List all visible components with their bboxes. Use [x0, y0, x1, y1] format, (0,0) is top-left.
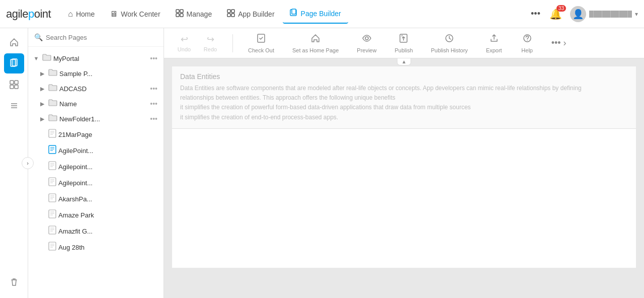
tree-more-adcasd[interactable]: ••• [148, 84, 159, 94]
svg-rect-27 [49, 162, 56, 170]
tree-item-akarshpa[interactable]: AkarshPa... [28, 191, 164, 207]
user-menu[interactable]: 👤 ██████████ ▾ [570, 6, 638, 22]
tree-label-akarshpa: AkarshPa... [58, 195, 159, 203]
nav-more-button[interactable]: ••• [526, 5, 545, 23]
tree-arrow-name: ▶ [38, 101, 46, 107]
tree-page-icon-agilepoint1 [48, 145, 56, 156]
toolbar-more-button[interactable]: ••• › [547, 36, 571, 50]
nav-items: ⌂ Home 🖥 Work Center Manage App Builder … [61, 5, 524, 24]
tree-arrow-newfolder1: ▶ [38, 116, 46, 122]
tree-item-adcasd[interactable]: ▶ ADCASD ••• [28, 81, 164, 96]
tree-item-newfolder1[interactable]: ▶ NewFolder1... ••• [28, 111, 164, 126]
tree-item-agilepoint1[interactable]: AgilePoint... [28, 142, 164, 159]
tree-arrow-samplep: ▶ [38, 70, 46, 77]
tree-more-myportal[interactable]: ••• [148, 53, 159, 63]
svg-rect-7 [231, 14, 234, 17]
user-avatar-icon: 👤 [573, 9, 584, 20]
tree-folder-icon-myportal [42, 53, 51, 63]
export-button[interactable]: Export [481, 30, 507, 56]
undo-button[interactable]: ↩ Undo [172, 31, 196, 55]
nav-item-appbuilder[interactable]: App Builder [220, 5, 281, 23]
tree-item-21marpage[interactable]: 21MarPage [28, 126, 164, 142]
tree-item-samplep[interactable]: ▶ Sample P... [28, 66, 164, 81]
sidebar-icon-grid[interactable] [4, 74, 24, 95]
home-nav-icon: ⌂ [68, 10, 73, 19]
username-label: ██████████ [589, 11, 632, 18]
svg-point-56 [527, 40, 528, 41]
checkout-label: Check Out [248, 47, 274, 53]
redo-label: Redo [204, 46, 217, 52]
svg-rect-6 [227, 14, 230, 17]
nav-home-label: Home [76, 10, 95, 18]
tree-item-myportal[interactable]: ▼ MyPortal ••• [28, 51, 164, 66]
svg-rect-3 [180, 14, 183, 17]
publish-button[interactable]: Publish [389, 30, 418, 56]
nav-item-home[interactable]: ⌂ Home [61, 6, 102, 23]
tree-label-samplep: Sample P... [59, 70, 159, 78]
tree-item-agilepoint3[interactable]: Agilepoint... [28, 175, 164, 191]
svg-rect-11 [12, 59, 17, 66]
chevron-down-icon: ▾ [635, 11, 638, 18]
notification-button[interactable]: 🔔 33 [547, 6, 564, 22]
page-hint-box: Data Entities Data Entities are software… [172, 66, 636, 129]
nav-manage-label: Manage [187, 10, 212, 18]
toolbar-sep-1 [232, 34, 233, 52]
help-button[interactable]: Help [515, 30, 539, 56]
tree-item-aug28th[interactable]: Aug 28th [28, 239, 164, 255]
tree-label-name: Name [59, 100, 146, 108]
page-area: Data Entities Data Entities are software… [164, 58, 644, 298]
tree-item-amazepark[interactable]: Amaze Park [28, 207, 164, 223]
tree-label-agilepoint1: AgilePoint... [58, 147, 159, 155]
tree-item-agilepoint2[interactable]: Agilepoint... [28, 159, 164, 175]
sidebar-expand-button[interactable]: › [22, 157, 34, 169]
tree-item-name[interactable]: ▶ Name ••• [28, 96, 164, 111]
chevron-up-icon: ▲ [401, 59, 407, 64]
checkout-icon [256, 33, 266, 46]
nav-item-manage[interactable]: Manage [169, 5, 219, 23]
nav-item-pagebuilder[interactable]: Page Builder [283, 5, 348, 24]
tree-folder-icon-adcasd [48, 84, 57, 94]
checkout-button[interactable]: Check Out [243, 30, 279, 56]
nav-pagebuilder-label: Page Builder [301, 10, 341, 18]
sidebar-icon-home[interactable] [4, 32, 24, 52]
toolbar-undoredo-group: ↩ Undo ↪ Redo [172, 31, 222, 55]
workcenter-nav-icon: 🖥 [110, 10, 118, 19]
tree-label-amazepark: Amaze Park [58, 211, 159, 219]
svg-rect-31 [49, 178, 56, 186]
publishhistory-button[interactable]: Publish History [426, 30, 473, 56]
tree-folder-icon-samplep [48, 68, 57, 79]
notification-badge: 33 [556, 5, 566, 12]
hint-line-4: it simplifies the creation of end-to-end… [180, 113, 628, 122]
main-content: ↩ Undo ↪ Redo Check Out [164, 28, 644, 298]
sidebar-icon-trash[interactable] [4, 272, 24, 292]
body-layout: › 🔍 ▼ MyPortal ••• ▶ Sampl [0, 28, 644, 298]
svg-rect-35 [49, 194, 56, 202]
preview-button[interactable]: Preview [352, 30, 381, 56]
tree-page-icon-agilepoint3 [48, 177, 56, 188]
redo-button[interactable]: ↪ Redo [198, 31, 222, 55]
nav-right-area: 🔔 33 👤 ██████████ ▾ [547, 6, 638, 22]
nav-item-workcenter[interactable]: 🖥 Work Center [103, 6, 167, 23]
tree-more-name[interactable]: ••• [148, 99, 159, 109]
svg-rect-14 [10, 85, 14, 89]
publish-icon [398, 33, 409, 46]
search-input[interactable] [46, 34, 157, 41]
help-icon [522, 33, 532, 46]
sidebar-icon-pages[interactable] [4, 53, 24, 73]
manage-nav-icon [176, 9, 184, 19]
logo[interactable]: agilepoint [6, 8, 51, 21]
tree-page-icon-amazfitg [48, 226, 56, 237]
sidebar-icon-list[interactable] [4, 96, 24, 116]
search-icon: 🔍 [34, 33, 43, 41]
svg-rect-12 [10, 81, 14, 84]
tree-more-newfolder1[interactable]: ••• [148, 114, 159, 124]
tree-label-amazfitg: Amazfit G... [58, 228, 159, 235]
hint-line-1: Data Entities are software components th… [180, 84, 628, 93]
toolbar-collapse-button[interactable]: ▲ [397, 58, 411, 65]
preview-label: Preview [357, 47, 376, 53]
help-label: Help [521, 47, 533, 53]
publishhistory-label: Publish History [431, 47, 468, 53]
tree-item-amazfitg[interactable]: Amazfit G... [28, 223, 164, 239]
tree-label-agilepoint2: Agilepoint... [58, 163, 159, 171]
sethomepage-button[interactable]: Set as Home Page [287, 30, 344, 56]
